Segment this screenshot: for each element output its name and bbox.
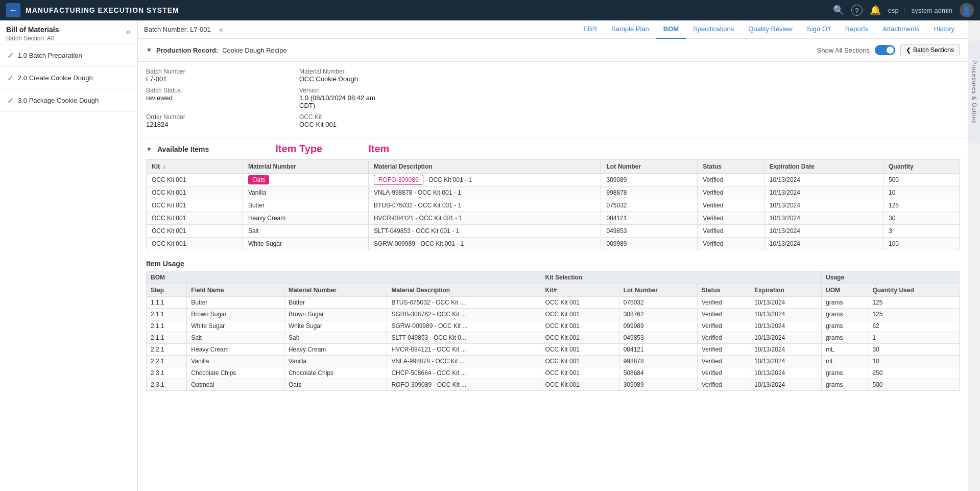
col-material-number: Material Number [243,160,368,174]
cell-qty-used: 10 [868,356,960,367]
cell-field-name: Brown Sugar [187,309,284,320]
batch-collapse-btn[interactable]: « [219,25,224,34]
cell-kit-num: OCC Kit 001 [541,320,619,332]
cell-material-number: Butter [243,199,368,212]
cell-expiration: 10/13/2024 [750,356,822,367]
bn-value: L7-001 [146,75,238,83]
sidebar-item-batch-prep[interactable]: ✓ 1.0 Batch Preparation [0,44,137,67]
cell-kit: OCC Kit 001 [147,174,243,186]
cell-lot-number: 998878 [601,186,698,199]
available-items-row: OCC Kit 001 Vanilla VNLA-998878 - OCC Ki… [147,186,960,199]
cell-mat-number: Brown Sugar [284,309,387,320]
show-all-label: Show All Sections [817,46,870,54]
help-icon[interactable]: ? [851,5,863,16]
production-arrow-icon[interactable]: ▼ [146,46,152,54]
tab-bom[interactable]: BOM [656,20,686,39]
tab-history[interactable]: History [927,20,962,39]
col-mat-num: Material Number [284,284,387,297]
sidebar-collapse-btn[interactable]: « [126,27,131,37]
on-value: 121824 [146,121,238,128]
search-icon[interactable]: 🔍 [833,5,844,16]
cell-lot-num: 308762 [619,309,697,320]
cell-quantity: 3 [883,225,959,238]
cell-lot-number: 084121 [601,212,698,225]
available-items-arrow[interactable]: ▼ [146,146,152,153]
available-items-table: Kit ↕ Material Number Material Descripti… [146,159,960,250]
sidebar-item-create-dough[interactable]: ✓ 2.0 Create Cookie Dough [0,67,137,89]
cell-material-number: White Sugar [243,238,368,250]
cell-expiration: 10/13/2024 [750,320,822,332]
cell-status: Verified [698,174,764,186]
cell-expiration: 10/13/2024 [750,297,822,309]
v-label: Version [299,87,391,94]
cell-lot-number: 309089 [601,174,698,186]
bom-group-header: BOM [147,271,541,284]
cell-material-description: ROFO-309089 - OCC Kit 001 - 1 [368,174,601,186]
info-version: Version 1.0 (08/10/2024 08:42 am CDT) [299,87,391,109]
show-all-toggle[interactable] [875,45,895,55]
cell-material-number: Vanilla [243,186,368,199]
production-header-right: Show All Sections ❮ Batch Sections [817,44,960,56]
tab-ebr[interactable]: EBR [576,20,604,39]
info-order-number: Order Number 121824 [146,113,238,128]
usage-row: 2.2.1 Vanilla Vanilla VNLA-998878 - OCC … [147,356,960,367]
procedures-outline-tab[interactable]: Procedures & Outline [968,41,980,143]
language-selector[interactable]: esp [888,7,904,14]
cell-material-description: VNLA-998878 - OCC Kit 001 - 1 [368,186,601,199]
cell-field-name: Salt [187,332,284,344]
kit-selection-group-header: Kit Selection [541,271,821,284]
notification-icon[interactable]: 🔔 [870,5,881,16]
cell-expiration: 10/13/2024 [750,332,822,344]
info-blank1 [238,68,299,83]
usage-row: 2.1.1 Salt Salt SLTT-049853 - OCC Kit 0.… [147,332,960,344]
mn-label: Material Number [299,68,391,75]
ok-label: OCC Kit [299,113,391,121]
tab-specifications[interactable]: Specifications [686,20,741,39]
v-value: 1.0 (08/10/2024 08:42 am CDT) [299,94,391,109]
cell-step: 2.3.1 [147,379,187,391]
cell-field-name: Heavy Cream [187,344,284,356]
cell-uom: grams [822,297,868,309]
info-material-number: Material Number OCC Cookie Dough [299,68,391,83]
available-items-label: Available Items [157,145,209,153]
cell-expiration: 10/13/2024 [764,174,883,186]
cell-mat-number: Salt [284,332,387,344]
batch-sections-button[interactable]: ❮ Batch Sections [900,44,960,56]
cell-field-name: Oatmeal [187,379,284,391]
cell-kit-num: OCC Kit 001 [541,332,619,344]
cell-uom: mL [822,356,868,367]
cell-kit-num: OCC Kit 001 [541,367,619,379]
app-logo: ← [6,3,20,17]
cell-uom: grams [822,309,868,320]
sidebar-item-package-dough[interactable]: ✓ 3.0 Package Cookie Dough [0,89,137,112]
back-arrow-icon[interactable]: ← [9,6,17,15]
cell-lot-num: 508684 [619,367,697,379]
cell-kit: OCC Kit 001 [147,212,243,225]
cell-expiration: 10/13/2024 [764,186,883,199]
user-avatar[interactable]: 👤 [960,3,974,17]
tab-sign-off[interactable]: Sign Off [800,20,838,39]
col-quantity: Quantity [883,160,959,174]
tab-quality-review[interactable]: Quality Review [741,20,800,39]
item-usage-header: Item Usage [138,254,968,271]
usage-row: 2.1.1 Brown Sugar Brown Sugar SGRB-30876… [147,309,960,320]
cell-status: Verified [698,225,764,238]
tab-reports[interactable]: Reports [838,20,876,39]
sort-icon-kit[interactable]: ↕ [163,164,165,170]
cell-step: 2.1.1 [147,332,187,344]
cell-kit-num: OCC Kit 001 [541,344,619,356]
col-kit-num: Kit# [541,284,619,297]
cell-quantity: 30 [883,212,959,225]
col-kit: Kit ↕ [147,160,243,174]
tab-attachments[interactable]: Attachments [875,20,926,39]
check-icon-2: ✓ [7,73,14,83]
bs-label: Batch Status [146,87,238,94]
cell-expiration: 10/13/2024 [764,225,883,238]
tab-sample-plan[interactable]: Sample Plan [604,20,656,39]
mn-value: OCC Cookie Dough [299,75,391,83]
cell-step: 2.3.1 [147,367,187,379]
cell-lot-number: 049853 [601,225,698,238]
user-name: system admin [912,7,952,14]
cell-lot-num: 998878 [619,356,697,367]
col-expiration: Expiration [750,284,822,297]
